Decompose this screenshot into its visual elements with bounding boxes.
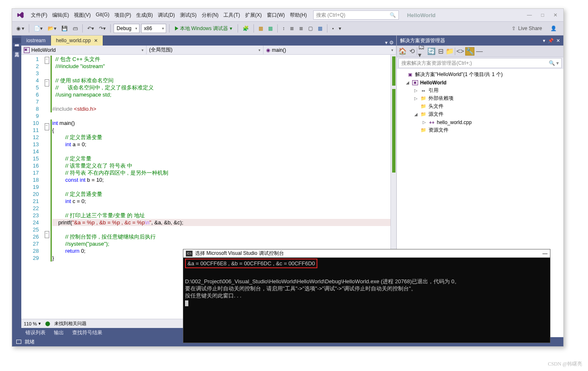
search-placeholder: 搜索 (Ctrl+Q): [316, 12, 345, 19]
tab-error-list[interactable]: 错误列表: [21, 328, 50, 338]
tb-icon-5[interactable]: ≣: [288, 25, 296, 32]
menu-file[interactable]: 文件(F): [29, 10, 49, 20]
status-rect-icon: [16, 340, 21, 344]
sol-sources[interactable]: 源文件: [428, 111, 444, 118]
search-icon: 🔍 ▾: [549, 60, 559, 66]
menu-bar: 文件(F) 编辑(E) 视图(V) Git(G) 项目(P) 生成(B) 调试(…: [12, 9, 563, 21]
tb-icon-6[interactable]: ≣: [297, 25, 305, 32]
console-highlight: &a = 00CFF6E8 , &b = 00CFF6DC , &c = 00C…: [185, 259, 317, 268]
sol-more-icon[interactable]: —: [475, 47, 484, 56]
issues-ok-icon: ⬤: [45, 321, 50, 326]
tab-output[interactable]: 输出: [50, 328, 68, 338]
account-icon[interactable]: 👤: [550, 25, 557, 31]
quick-search[interactable]: 搜索 (Ctrl+Q) 🔍: [313, 10, 399, 20]
sol-references[interactable]: 引用: [428, 87, 438, 94]
sol-collapse-icon[interactable]: ⊟: [436, 47, 445, 56]
tab-find-symbols[interactable]: 查找符号结果: [68, 328, 106, 338]
new-item-button[interactable]: 📄▾: [32, 25, 44, 32]
zoom-combo[interactable]: 110 % ▾: [24, 321, 41, 326]
console-minimize[interactable]: —: [542, 251, 547, 257]
tab-close-icon[interactable]: ✕: [94, 38, 98, 43]
sol-code-icon[interactable]: <>: [456, 47, 464, 56]
app-title: HelloWorld: [407, 12, 436, 18]
save-button[interactable]: 💾: [60, 25, 69, 32]
menu-edit[interactable]: 编辑(E): [50, 10, 71, 20]
cursor-icon: [185, 300, 188, 306]
status-ready: 就绪: [25, 338, 35, 346]
open-button[interactable]: 📂▾: [46, 25, 58, 32]
line-numbers: 1234567891011121314151617181920212223242…: [21, 55, 43, 319]
menu-view[interactable]: 视图(V): [72, 10, 93, 20]
sol-close-icon[interactable]: ✕: [556, 38, 560, 43]
nav-scope[interactable]: ▣HelloWorld: [21, 46, 147, 54]
sol-save-icon[interactable]: 🗂▾: [418, 47, 426, 56]
menu-analyze[interactable]: 分析(N): [200, 10, 221, 20]
fold-column[interactable]: − − − −: [43, 55, 51, 319]
search-icon: 🔍: [390, 12, 396, 18]
issues-text: 未找到相关问题: [54, 320, 86, 327]
rail-toolbox[interactable]: 工具箱: [13, 46, 21, 51]
tb-icon-9[interactable]: ▪: [330, 25, 335, 32]
tabs-overflow-icon[interactable]: ▾: [385, 40, 388, 46]
menu-help[interactable]: 帮助(H): [288, 10, 309, 20]
tb-icon-3[interactable]: ▦: [266, 25, 274, 32]
redo-button[interactable]: ↷▾: [97, 25, 107, 32]
sol-root[interactable]: 解决方案"HelloWorld"(1 个项目/共 1 个): [415, 71, 503, 78]
sol-search[interactable]: 搜索解决方案资源管理器(Ctrl+;)🔍 ▾: [398, 58, 562, 68]
start-debug-button[interactable]: 本地 Windows 调试器 ▾: [172, 25, 235, 32]
debug-console: C:\ 选择 Microsoft Visual Studio 调试控制台 — &…: [183, 249, 550, 343]
window-maximize[interactable]: □: [541, 12, 544, 18]
tab-hello-world[interactable]: hello_world.cpp✕: [51, 36, 103, 46]
nav-global[interactable]: (全局范围): [147, 46, 264, 54]
nav-bar: ▣HelloWorld (全局范围) ◉main(): [21, 46, 396, 55]
sol-properties-icon[interactable]: 🔧: [465, 47, 474, 56]
nav-back-button[interactable]: ◉ ▾: [15, 25, 26, 32]
nav-function[interactable]: ◉main(): [264, 46, 396, 54]
sol-refresh-icon[interactable]: 🔄: [427, 47, 436, 56]
menu-git[interactable]: Git(G): [94, 10, 112, 20]
toolbar: ◉ ▾ 📄▾ 📂▾ 💾 🗃 ↶▾ ↷▾ Debug x86 本地 Windows…: [12, 21, 563, 36]
tabs-settings-icon[interactable]: ⚙: [389, 40, 394, 46]
cmd-icon: C:\: [186, 251, 193, 257]
sol-resources[interactable]: 资源文件: [428, 127, 449, 134]
tb-icon-8[interactable]: ▦: [316, 25, 324, 32]
window-minimize[interactable]: —: [527, 12, 532, 18]
watermark: CSDN @韩曙亮: [548, 361, 582, 368]
menu-debug[interactable]: 调试(D): [156, 10, 177, 20]
tb-icon-1[interactable]: 🧩: [241, 25, 251, 32]
menu-project[interactable]: 项目(P): [112, 10, 133, 20]
tb-icon-4[interactable]: ↕: [281, 25, 286, 32]
tab-iostream[interactable]: iostream: [21, 36, 51, 46]
sol-showall-icon[interactable]: 📁: [446, 47, 454, 56]
document-tabs: iostream hello_world.cpp✕ ▾⚙: [21, 36, 396, 46]
sol-dropdown-icon[interactable]: ▾: [543, 38, 545, 43]
sol-headers[interactable]: 头文件: [428, 103, 444, 110]
menu-tools[interactable]: 工具(T): [221, 10, 242, 20]
sol-toolbar: 🏠 ⟲ 🗂▾ 🔄 ⊟ 📁 <> 🔧 —: [397, 46, 563, 57]
menu-build[interactable]: 生成(B): [134, 10, 155, 20]
console-titlebar[interactable]: C:\ 选择 Microsoft Visual Studio 调试控制台 —: [183, 249, 550, 258]
menu-extensions[interactable]: 扩展(X): [243, 10, 264, 20]
undo-button[interactable]: ↶▾: [86, 25, 96, 32]
vs-logo-icon: [15, 10, 25, 20]
save-all-button[interactable]: 🗃: [71, 25, 79, 32]
platform-combo[interactable]: x86: [141, 24, 166, 33]
live-share-button[interactable]: Live Share: [518, 25, 542, 31]
menu-test[interactable]: 测试(S): [178, 10, 199, 20]
tb-icon-7[interactable]: ▢: [307, 25, 314, 32]
left-tool-rail: 服务器资源管理器 工具箱: [12, 36, 21, 337]
tb-icon-10[interactable]: ▾: [337, 25, 343, 32]
sol-sync-icon[interactable]: ⟲: [408, 47, 416, 56]
sol-file[interactable]: hello_world.cpp: [437, 119, 471, 125]
tb-icon-2[interactable]: ▦: [257, 25, 265, 32]
console-output: &a = 00CFF6E8 , &b = 00CFF6DC , &c = 00C…: [183, 258, 550, 307]
sol-external[interactable]: 外部依赖项: [428, 95, 454, 102]
sol-pin-icon[interactable]: 📌: [548, 38, 554, 43]
sol-project[interactable]: HelloWorld: [420, 80, 446, 86]
window-close[interactable]: ✕: [553, 12, 558, 18]
menu-window[interactable]: 窗口(W): [265, 10, 287, 20]
config-combo[interactable]: Debug: [114, 24, 139, 33]
live-share-icon: ⇪: [512, 25, 516, 31]
sol-home-icon[interactable]: 🏠: [398, 47, 407, 56]
rail-server-explorer[interactable]: 服务器资源管理器: [13, 38, 21, 43]
